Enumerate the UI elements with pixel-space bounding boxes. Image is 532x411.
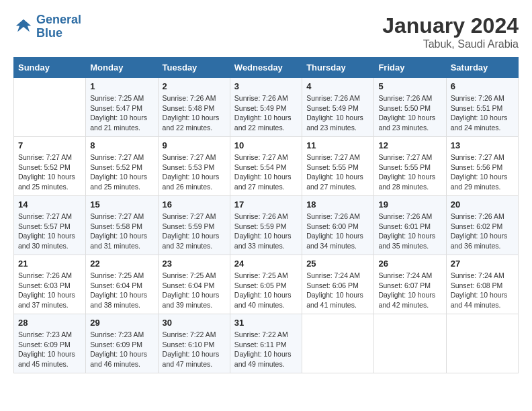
calendar-cell: 15Sunrise: 7:27 AMSunset: 5:58 PMDayligh… [86, 196, 158, 255]
day-info: Sunrise: 7:26 AMSunset: 5:59 PMDaylight:… [234, 212, 298, 251]
calendar-week-row: 1Sunrise: 7:25 AMSunset: 5:47 PMDaylight… [14, 78, 519, 137]
day-number: 29 [90, 318, 153, 328]
weekday-header: Sunday [14, 58, 86, 78]
calendar-cell [446, 314, 518, 373]
svg-marker-0 [16, 19, 32, 32]
day-info: Sunrise: 7:27 AMSunset: 5:54 PMDaylight:… [234, 152, 298, 192]
day-info: Sunrise: 7:26 AMSunset: 6:02 PMDaylight:… [451, 212, 514, 251]
day-info: Sunrise: 7:26 AMSunset: 5:49 PMDaylight:… [306, 93, 369, 133]
day-info: Sunrise: 7:27 AMSunset: 5:59 PMDaylight:… [163, 212, 226, 251]
calendar-cell: 19Sunrise: 7:26 AMSunset: 6:01 PMDayligh… [374, 196, 446, 255]
calendar-cell: 25Sunrise: 7:24 AMSunset: 6:06 PMDayligh… [302, 255, 374, 314]
weekday-header: Monday [86, 58, 158, 78]
logo-icon [13, 17, 34, 37]
calendar-week-row: 7Sunrise: 7:27 AMSunset: 5:52 PMDaylight… [14, 137, 519, 196]
day-info: Sunrise: 7:23 AMSunset: 6:09 PMDaylight:… [18, 330, 81, 369]
month-title: January 2024 [382, 13, 519, 38]
day-number: 16 [163, 199, 226, 210]
day-info: Sunrise: 7:27 AMSunset: 5:58 PMDaylight:… [90, 212, 153, 251]
day-number: 22 [90, 259, 153, 269]
calendar-cell: 2Sunrise: 7:26 AMSunset: 5:48 PMDaylight… [158, 78, 230, 137]
day-number: 9 [163, 140, 226, 150]
calendar-cell [302, 314, 374, 373]
calendar-cell: 9Sunrise: 7:27 AMSunset: 5:53 PMDaylight… [158, 137, 230, 196]
calendar-cell: 14Sunrise: 7:27 AMSunset: 5:57 PMDayligh… [14, 196, 86, 255]
calendar-cell: 23Sunrise: 7:25 AMSunset: 6:04 PMDayligh… [158, 255, 230, 314]
day-number: 3 [234, 81, 298, 91]
location: Tabuk, Saudi Arabia [382, 38, 519, 50]
day-info: Sunrise: 7:25 AMSunset: 6:04 PMDaylight:… [163, 271, 226, 310]
calendar-week-row: 21Sunrise: 7:26 AMSunset: 6:03 PMDayligh… [14, 255, 519, 314]
calendar-cell: 18Sunrise: 7:26 AMSunset: 6:00 PMDayligh… [302, 196, 374, 255]
calendar-cell: 20Sunrise: 7:26 AMSunset: 6:02 PMDayligh… [446, 196, 518, 255]
day-number: 25 [306, 259, 369, 269]
day-info: Sunrise: 7:27 AMSunset: 5:52 PMDaylight:… [90, 152, 153, 192]
day-number: 8 [90, 140, 153, 150]
calendar-week-row: 14Sunrise: 7:27 AMSunset: 5:57 PMDayligh… [14, 196, 519, 255]
title-block: January 2024 Tabuk, Saudi Arabia [382, 13, 519, 50]
calendar-cell: 26Sunrise: 7:24 AMSunset: 6:07 PMDayligh… [374, 255, 446, 314]
calendar-cell: 29Sunrise: 7:23 AMSunset: 6:09 PMDayligh… [86, 314, 158, 373]
day-info: Sunrise: 7:25 AMSunset: 6:04 PMDaylight:… [90, 271, 153, 310]
day-number: 31 [234, 318, 298, 328]
day-info: Sunrise: 7:27 AMSunset: 5:52 PMDaylight:… [18, 152, 81, 192]
day-number: 17 [234, 199, 298, 210]
day-info: Sunrise: 7:26 AMSunset: 5:49 PMDaylight:… [234, 93, 298, 133]
day-number: 28 [18, 318, 81, 328]
logo: General Blue [13, 13, 81, 40]
day-number: 1 [90, 81, 153, 91]
day-info: Sunrise: 7:23 AMSunset: 6:09 PMDaylight:… [90, 330, 153, 369]
day-number: 7 [18, 140, 81, 150]
day-info: Sunrise: 7:24 AMSunset: 6:08 PMDaylight:… [451, 271, 514, 310]
calendar-cell: 11Sunrise: 7:27 AMSunset: 5:55 PMDayligh… [302, 137, 374, 196]
day-number: 14 [18, 199, 81, 210]
day-number: 15 [90, 199, 153, 210]
day-info: Sunrise: 7:27 AMSunset: 5:55 PMDaylight:… [378, 152, 441, 192]
weekday-header: Wednesday [230, 58, 302, 78]
day-number: 19 [378, 199, 441, 210]
day-number: 2 [163, 81, 226, 91]
day-info: Sunrise: 7:26 AMSunset: 5:51 PMDaylight:… [451, 93, 514, 133]
calendar-cell: 6Sunrise: 7:26 AMSunset: 5:51 PMDaylight… [446, 78, 518, 137]
day-info: Sunrise: 7:26 AMSunset: 6:00 PMDaylight:… [306, 212, 369, 251]
day-info: Sunrise: 7:22 AMSunset: 6:10 PMDaylight:… [163, 330, 226, 369]
calendar-cell: 31Sunrise: 7:22 AMSunset: 6:11 PMDayligh… [230, 314, 302, 373]
logo-text: General Blue [36, 13, 81, 40]
calendar-cell: 3Sunrise: 7:26 AMSunset: 5:49 PMDaylight… [230, 78, 302, 137]
calendar-week-row: 28Sunrise: 7:23 AMSunset: 6:09 PMDayligh… [14, 314, 519, 373]
weekday-header: Tuesday [158, 58, 230, 78]
calendar-cell: 13Sunrise: 7:27 AMSunset: 5:56 PMDayligh… [446, 137, 518, 196]
day-number: 18 [306, 199, 369, 210]
day-number: 20 [451, 199, 514, 210]
weekday-header: Saturday [446, 58, 518, 78]
day-number: 12 [378, 140, 441, 150]
calendar-cell [14, 78, 86, 137]
day-info: Sunrise: 7:26 AMSunset: 6:03 PMDaylight:… [18, 271, 81, 310]
day-number: 26 [378, 259, 441, 269]
day-info: Sunrise: 7:27 AMSunset: 5:53 PMDaylight:… [163, 152, 226, 192]
calendar-cell: 17Sunrise: 7:26 AMSunset: 5:59 PMDayligh… [230, 196, 302, 255]
calendar-cell: 30Sunrise: 7:22 AMSunset: 6:10 PMDayligh… [158, 314, 230, 373]
day-number: 5 [378, 81, 441, 91]
day-number: 23 [163, 259, 226, 269]
day-number: 4 [306, 81, 369, 91]
calendar-cell: 27Sunrise: 7:24 AMSunset: 6:08 PMDayligh… [446, 255, 518, 314]
weekday-header: Friday [374, 58, 446, 78]
calendar-cell: 8Sunrise: 7:27 AMSunset: 5:52 PMDaylight… [86, 137, 158, 196]
calendar-cell: 28Sunrise: 7:23 AMSunset: 6:09 PMDayligh… [14, 314, 86, 373]
day-number: 24 [234, 259, 298, 269]
page-header: General Blue January 2024 Tabuk, Saudi A… [13, 13, 519, 50]
day-info: Sunrise: 7:26 AMSunset: 5:48 PMDaylight:… [163, 93, 226, 133]
day-info: Sunrise: 7:26 AMSunset: 5:50 PMDaylight:… [378, 93, 441, 133]
calendar-cell: 1Sunrise: 7:25 AMSunset: 5:47 PMDaylight… [86, 78, 158, 137]
day-info: Sunrise: 7:22 AMSunset: 6:11 PMDaylight:… [234, 330, 298, 369]
calendar-cell: 10Sunrise: 7:27 AMSunset: 5:54 PMDayligh… [230, 137, 302, 196]
calendar-table: SundayMondayTuesdayWednesdayThursdayFrid… [13, 57, 519, 373]
day-number: 21 [18, 259, 81, 269]
day-number: 10 [234, 140, 298, 150]
day-info: Sunrise: 7:24 AMSunset: 6:07 PMDaylight:… [378, 271, 441, 310]
calendar-cell: 12Sunrise: 7:27 AMSunset: 5:55 PMDayligh… [374, 137, 446, 196]
day-number: 11 [306, 140, 369, 150]
calendar-cell: 22Sunrise: 7:25 AMSunset: 6:04 PMDayligh… [86, 255, 158, 314]
day-info: Sunrise: 7:24 AMSunset: 6:06 PMDaylight:… [306, 271, 369, 310]
